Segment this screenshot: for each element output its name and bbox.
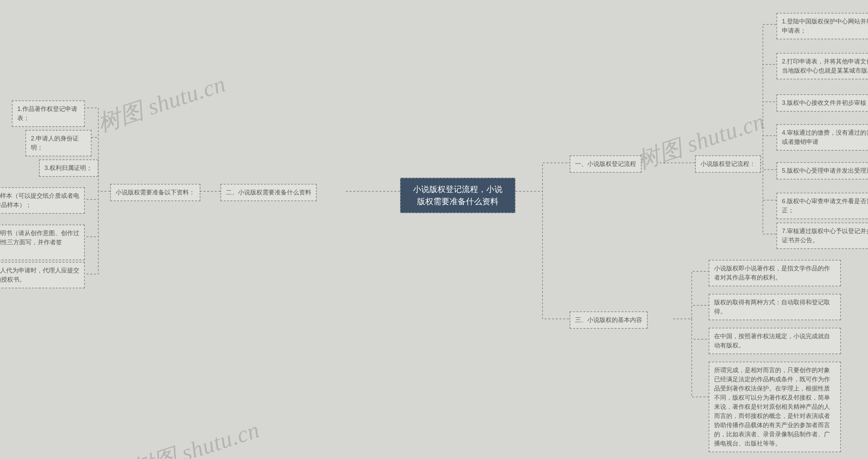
leaf-text: 6.委托他人代为申请时，代理人应提交申请人的授权书。 [0, 267, 79, 283]
branch-3-leaf: 版权的取得有两种方式：自动取得和登记取得。 [709, 294, 841, 320]
watermark: 树图 shutu.cn [94, 69, 230, 139]
branch-2-leaf: 5.作品说明书（请从创作意图、创作过程、独创性三方面写，并作者签字）； [0, 225, 85, 260]
branch-2-leaf: 4.作品的样本（可以提交纸介质或者电子介质作品样本）； [0, 187, 85, 214]
center-title: 小说版权登记流程，小说 版权需要准备什么资料 [413, 185, 502, 206]
branch-1-leaf: 2.打印申请表，并将其他申请文件提交给当地版权中心也就是某某城市版权局； [776, 53, 868, 79]
leaf-text: 在中国，按照著作权法规定，小说完成就自动有版权。 [714, 333, 830, 349]
branch-3-leaf: 小说版权即小说著作权，是指文学作品的作者对其作品享有的权利。 [709, 260, 841, 286]
leaf-text: 1.登陆中国版权保护中心网站并填写版权申请表； [782, 18, 868, 34]
branch-1-leaf: 7.审核通过版权中心予以登记并办法登记证书并公告。 [776, 223, 868, 249]
branch-1-leaf: 5.版权中心受理申请并发出受理通知书； [776, 162, 868, 179]
branch-2-title: 二、小说版权需要准备什么资料 [226, 189, 311, 196]
leaf-text: 所谓完成，是相对而言的，只要创作的对象已经满足法定的作品构成条件，既可作为作品受… [714, 367, 830, 447]
branch-2-leaf: 1.作品著作权登记申请表； [12, 100, 85, 127]
leaf-text: 2.打印申请表，并将其他申请文件提交给当地版权中心也就是某某城市版权局； [782, 58, 868, 74]
branch-3-leaf: 所谓完成，是相对而言的，只要创作的对象已经满足法定的作品构成条件，既可作为作品受… [709, 362, 841, 452]
leaf-text: 2.申请人的身份证明； [31, 135, 79, 151]
branch-2: 二、小说版权需要准备什么资料 [220, 184, 317, 201]
leaf-text: 3.权利归属证明； [44, 165, 92, 171]
branch-3-title: 三、小说版权的基本内容 [575, 317, 642, 323]
center-topic: 小说版权登记流程，小说 版权需要准备什么资料 [400, 178, 515, 213]
branch-1-leaf: 1.登陆中国版权保护中心网站并填写版权申请表； [776, 13, 868, 39]
branch-1: 一、小说版权登记流程 [570, 155, 642, 173]
leaf-text: 6.版权中心审查申请文件看是否需要补正； [782, 198, 868, 214]
branch-2-sub-title: 小说版权需要准备以下资料： [116, 189, 195, 196]
leaf-text: 7.审核通过版权中心予以登记并办法登记证书并公告。 [782, 228, 868, 244]
leaf-text: 3.版权中心接收文件并初步审核； [782, 99, 868, 106]
branch-1-leaf: 6.版权中心审查申请文件看是否需要补正； [776, 193, 868, 219]
leaf-text: 5.作品说明书（请从创作意图、创作过程、独创性三方面写，并作者签字）； [0, 230, 79, 255]
branch-1-leaf: 3.版权中心接收文件并初步审核； [776, 94, 868, 112]
leaf-text: 5.版权中心受理申请并发出受理通知书； [782, 167, 868, 174]
branch-3: 三、小说版权的基本内容 [570, 311, 648, 329]
branch-2-leaf: 6.委托他人代为申请时，代理人应提交申请人的授权书。 [0, 262, 85, 288]
branch-2-leaf: 2.申请人的身份证明； [25, 130, 92, 156]
watermark: 树图 shutu.cn [127, 415, 263, 459]
branch-3-leaf: 在中国，按照著作权法规定，小说完成就自动有版权。 [709, 328, 841, 354]
leaf-text: 小说版权即小说著作权，是指文学作品的作者对其作品享有的权利。 [714, 265, 830, 281]
leaf-text: 4.审核通过的缴费，没有通过的需要补正或者撤销申请 [782, 129, 868, 145]
branch-1-leaf: 4.审核通过的缴费，没有通过的需要补正或者撤销申请 [776, 124, 868, 151]
leaf-text: 1.作品著作权登记申请表； [17, 106, 77, 121]
branch-2-leaf: 3.权利归属证明； [39, 159, 98, 177]
leaf-text: 版权的取得有两种方式：自动取得和登记取得。 [714, 299, 830, 315]
branch-2-sub: 小说版权需要准备以下资料： [110, 184, 200, 201]
branch-1-title: 一、小说版权登记流程 [575, 160, 636, 167]
branch-1-sub-title: 小说版权登记流程： [701, 160, 755, 167]
branch-1-sub: 小说版权登记流程： [695, 155, 761, 173]
leaf-text: 4.作品的样本（可以提交纸介质或者电子介质作品样本）； [0, 192, 79, 208]
